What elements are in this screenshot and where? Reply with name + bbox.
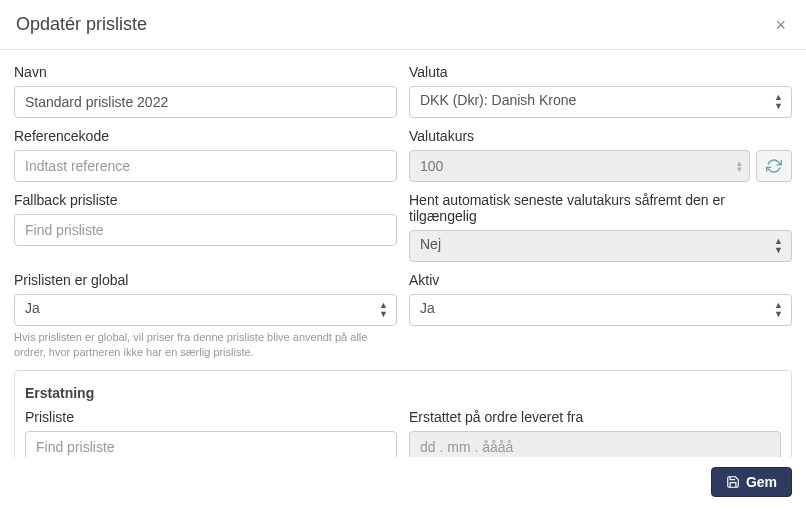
- modal-body: Navn Valuta DKK (Dkr): Danish Krone ▲▼ R…: [0, 50, 806, 457]
- active-select[interactable]: Ja: [409, 294, 792, 326]
- global-select-wrapper: Ja ▲▼: [14, 294, 397, 326]
- autofetch-select-wrapper: Nej ▲▼: [409, 230, 792, 262]
- save-icon: [726, 475, 740, 489]
- fallback-field-group: Fallback prisliste: [14, 192, 397, 262]
- autofetch-field-group: Hent automatisk seneste valutakurs såfre…: [409, 192, 792, 262]
- global-label: Prislisten er global: [14, 272, 397, 288]
- exchange-rate-wrap: ▴▾: [409, 150, 750, 182]
- active-label: Aktiv: [409, 272, 792, 288]
- currency-select-wrapper: DKK (Dkr): Danish Krone ▲▼: [409, 86, 792, 118]
- replacement-date-group: Erstattet på ordre leveret fra: [409, 409, 781, 457]
- currency-select[interactable]: DKK (Dkr): Danish Krone: [409, 86, 792, 118]
- close-icon: ×: [775, 15, 786, 35]
- reference-input[interactable]: [14, 150, 397, 182]
- active-select-wrapper: Ja ▲▼: [409, 294, 792, 326]
- active-field-group: Aktiv Ja ▲▼: [409, 272, 792, 360]
- autofetch-label: Hent automatisk seneste valutakurs såfre…: [409, 192, 792, 224]
- modal-title: Opdatér prisliste: [16, 14, 147, 35]
- currency-field-group: Valuta DKK (Dkr): Danish Krone ▲▼: [409, 64, 792, 118]
- reference-label: Referencekode: [14, 128, 397, 144]
- replacement-date-input[interactable]: [409, 431, 781, 457]
- update-pricelist-modal: Opdatér prisliste × Navn Valuta DKK (Dkr…: [0, 0, 806, 511]
- form-row: Prisliste Erstattet på ordre leveret fra: [25, 409, 781, 457]
- global-select[interactable]: Ja: [14, 294, 397, 326]
- replacement-pricelist-input[interactable]: [25, 431, 397, 457]
- exchange-rate-input: [409, 150, 750, 182]
- close-button[interactable]: ×: [771, 16, 790, 34]
- replacement-title: Erstatning: [25, 385, 781, 401]
- form-row: Referencekode Valutakurs ▴▾: [14, 128, 792, 182]
- save-button-label: Gem: [746, 474, 777, 490]
- replacement-pricelist-group: Prisliste: [25, 409, 397, 457]
- save-button[interactable]: Gem: [711, 467, 792, 497]
- modal-header: Opdatér prisliste ×: [0, 0, 806, 50]
- refresh-icon: [766, 158, 782, 174]
- name-input[interactable]: [14, 86, 397, 118]
- fallback-input[interactable]: [14, 214, 397, 246]
- form-row: Navn Valuta DKK (Dkr): Danish Krone ▲▼: [14, 64, 792, 118]
- replacement-pricelist-label: Prisliste: [25, 409, 397, 425]
- name-field-group: Navn: [14, 64, 397, 118]
- name-label: Navn: [14, 64, 397, 80]
- reference-field-group: Referencekode: [14, 128, 397, 182]
- exchange-rate-label: Valutakurs: [409, 128, 792, 144]
- modal-footer: Gem: [0, 457, 806, 511]
- fallback-label: Fallback prisliste: [14, 192, 397, 208]
- global-field-group: Prislisten er global Ja ▲▼ Hvis prislist…: [14, 272, 397, 360]
- autofetch-select[interactable]: Nej: [409, 230, 792, 262]
- replacement-date-label: Erstattet på ordre leveret fra: [409, 409, 781, 425]
- form-row: Fallback prisliste Hent automatisk senes…: [14, 192, 792, 262]
- replacement-section: Erstatning Prisliste Erstattet på ordre …: [14, 370, 792, 457]
- exchange-rate-input-group: ▴▾: [409, 150, 792, 182]
- refresh-rate-button[interactable]: [756, 150, 792, 182]
- global-help-text: Hvis prislisten er global, vil priser fr…: [14, 330, 397, 360]
- form-row: Prislisten er global Ja ▲▼ Hvis prislist…: [14, 272, 792, 360]
- currency-label: Valuta: [409, 64, 792, 80]
- exchange-rate-field-group: Valutakurs ▴▾: [409, 128, 792, 182]
